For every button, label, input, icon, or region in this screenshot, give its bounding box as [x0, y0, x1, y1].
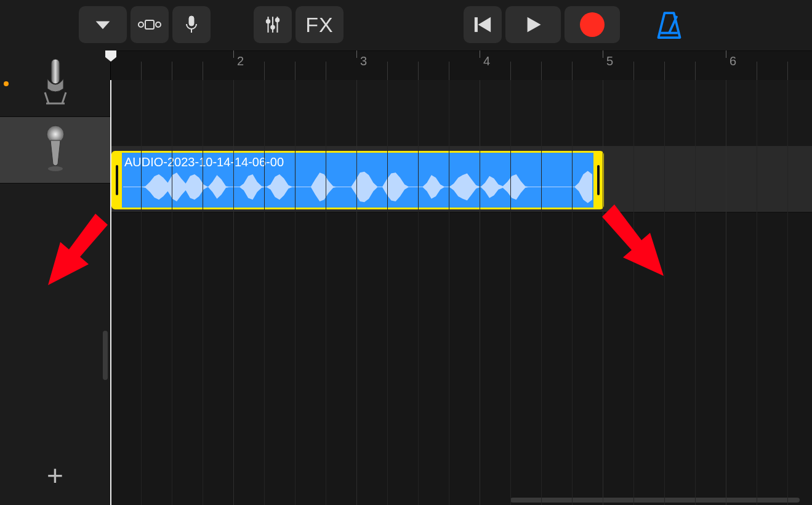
- bar-number: 2: [237, 54, 244, 68]
- fx-button[interactable]: FX: [295, 6, 344, 43]
- timeline-ruler[interactable]: 23456: [110, 50, 812, 81]
- clip-waveform: [123, 170, 592, 204]
- tracks-menu-button[interactable]: [79, 6, 127, 43]
- track-headers-column: +: [0, 50, 111, 505]
- add-track-button[interactable]: +: [0, 446, 110, 505]
- svg-point-10: [275, 18, 279, 22]
- record-icon: [580, 12, 605, 37]
- playhead[interactable]: [110, 80, 111, 505]
- bar-number: 5: [606, 54, 613, 68]
- microphone-icon: [182, 15, 201, 34]
- plus-icon: +: [47, 459, 63, 492]
- clip-trim-left-handle[interactable]: [112, 153, 122, 208]
- track-header-1[interactable]: [0, 50, 110, 117]
- play-icon: [524, 15, 542, 34]
- svg-rect-1: [145, 20, 154, 29]
- play-button[interactable]: [505, 6, 561, 43]
- bar-number: 4: [483, 54, 490, 68]
- audio-clip[interactable]: AUDIO-2023-10-14-14-06-00: [111, 151, 604, 209]
- record-button[interactable]: [565, 6, 620, 43]
- svg-rect-3: [189, 16, 194, 26]
- record-armed-dot: [4, 81, 9, 86]
- metronome-button[interactable]: [654, 10, 685, 41]
- dynamic-mic-icon: [41, 124, 70, 176]
- condenser-mic-icon: [41, 58, 70, 110]
- view-sections-button[interactable]: [131, 6, 169, 43]
- bar-number: 6: [730, 54, 736, 68]
- input-monitor-button[interactable]: [172, 6, 211, 43]
- skip-back-icon: [473, 15, 492, 34]
- svg-point-19: [48, 166, 63, 171]
- metronome-icon: [654, 10, 685, 41]
- svg-rect-11: [475, 18, 478, 32]
- sections-icon: [137, 15, 162, 34]
- clip-trim-right-handle[interactable]: [593, 153, 603, 208]
- track-v-scrollbar[interactable]: [103, 331, 108, 380]
- bar-number: 3: [360, 54, 367, 68]
- track-lane-1[interactable]: [110, 80, 812, 147]
- svg-point-2: [156, 22, 161, 27]
- svg-line-16: [62, 92, 66, 103]
- sliders-icon: [263, 15, 282, 34]
- fx-label: FX: [305, 13, 333, 37]
- svg-point-8: [271, 25, 275, 29]
- track-header-2[interactable]: [0, 117, 110, 184]
- svg-rect-14: [51, 59, 60, 84]
- chevron-down-icon: [94, 15, 112, 34]
- rewind-button[interactable]: [464, 6, 502, 43]
- clip-name-label: AUDIO-2023-10-14-14-06-00: [124, 155, 284, 169]
- mixer-button[interactable]: [254, 6, 292, 43]
- svg-point-0: [139, 22, 143, 27]
- toolbar: FX: [0, 0, 812, 51]
- svg-line-15: [45, 92, 49, 103]
- svg-point-6: [266, 19, 270, 23]
- arrangement-area[interactable]: AUDIO-2023-10-14-14-06-00: [110, 80, 812, 505]
